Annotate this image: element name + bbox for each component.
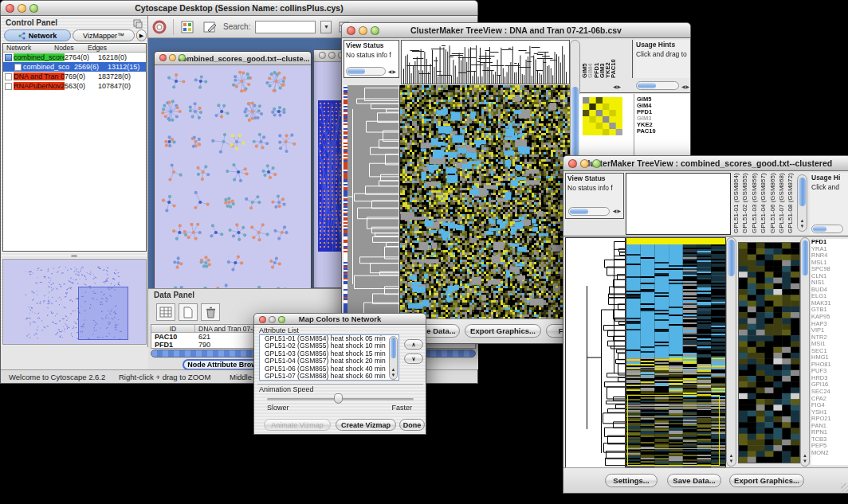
zoom-window-icon[interactable] bbox=[179, 54, 186, 61]
tv1-column-dendrogram-canvas[interactable] bbox=[401, 40, 570, 84]
tv2-usage-hints-panel: Usage Hi Click and bbox=[810, 173, 848, 235]
resize-grip[interactable] bbox=[841, 483, 848, 492]
tv1-status-scrollbar[interactable] bbox=[346, 67, 386, 76]
tv2-hints-scrollbar[interactable] bbox=[811, 225, 843, 233]
network-overview-canvas[interactable] bbox=[3, 260, 146, 344]
annotation-icon[interactable] bbox=[201, 18, 218, 36]
usage-hints-text: Click and bbox=[810, 182, 848, 192]
settings-button[interactable]: Settings... bbox=[605, 474, 658, 487]
move-down-button[interactable]: ∨ bbox=[404, 354, 423, 364]
view-status-text: No status info f bbox=[344, 50, 398, 60]
column-label[interactable]: GIM4 bbox=[587, 43, 592, 78]
column-label[interactable]: GPL51-04 (GSM857) bbox=[760, 173, 768, 233]
done-button[interactable]: Done bbox=[399, 419, 425, 431]
tab-vizmapper[interactable]: VizMapper™ bbox=[73, 29, 135, 41]
search-dropdown-icon[interactable]: ▼ bbox=[320, 21, 332, 33]
column-label[interactable]: GPL51-07 (GSM868) bbox=[778, 173, 787, 233]
network-canvas[interactable] bbox=[155, 65, 311, 288]
delete-attribute-icon[interactable] bbox=[201, 303, 220, 321]
search-input[interactable] bbox=[255, 21, 316, 33]
status-hint-middle: Middle- bbox=[230, 373, 254, 381]
treeview2-window: ClusterMaker TreeView : combined_scores_… bbox=[563, 155, 848, 494]
minimize-icon[interactable] bbox=[169, 54, 176, 61]
scroll-arrows-icon[interactable]: ◀▶ bbox=[613, 84, 622, 89]
tab-network[interactable]: Network bbox=[4, 29, 71, 41]
tv1-view-status-panel: View Status No status info f ◀▶ bbox=[344, 40, 399, 78]
tv2-row-dendrogram-canvas[interactable] bbox=[565, 237, 626, 468]
animate-vizmap-button: Animate Vizmap bbox=[264, 419, 331, 431]
tv1-row-dendrogram-canvas[interactable] bbox=[347, 85, 398, 318]
close-icon[interactable] bbox=[319, 52, 326, 59]
new-attribute-icon[interactable] bbox=[179, 303, 198, 321]
network-tree-row[interactable]: DNA and Tran 07 769(0) 183728(0) bbox=[3, 72, 146, 81]
network-tree-row[interactable]: RNAPuberNov2+ 563(0) 107847(0) bbox=[3, 81, 146, 91]
control-panel: Control Panel Network VizMapper™ ▶ Netwo… bbox=[1, 16, 148, 347]
scroll-arrows-icon[interactable]: ◀▶ bbox=[613, 208, 622, 213]
column-id[interactable]: ID bbox=[151, 325, 195, 332]
tv2-status-scrollbar[interactable] bbox=[568, 207, 610, 216]
export-graphics-button[interactable]: Export Graphics... bbox=[465, 324, 541, 338]
create-vizmap-button[interactable]: Create Vizmap bbox=[336, 419, 396, 431]
scroll-arrows-icon[interactable]: ◀▶ bbox=[681, 84, 690, 89]
export-graphics-button[interactable]: Export Graphics... bbox=[729, 474, 804, 487]
tv2-genelist-vscrollbar[interactable]: ▲▼ bbox=[800, 237, 810, 467]
attribute-listbox[interactable]: GPL51-01 (GSM854) heat shock 05 minGPL51… bbox=[259, 334, 399, 381]
attribute-items: GPL51-01 (GSM854) heat shock 05 minGPL51… bbox=[260, 335, 398, 380]
minimize-icon[interactable] bbox=[580, 159, 589, 168]
network-tree-row[interactable]: combined_scores 2764(0) 16218(0) bbox=[3, 53, 146, 62]
help-lifering-icon[interactable] bbox=[151, 18, 168, 36]
tv2-heatmap-vscrollbar[interactable]: ▲▼ bbox=[726, 237, 736, 467]
attribute-list-vscrollbar[interactable]: ▲▼ bbox=[389, 336, 398, 380]
move-up-button[interactable]: ∧ bbox=[404, 339, 423, 350]
minimize-icon[interactable] bbox=[328, 52, 336, 59]
vizmapper-icon[interactable] bbox=[179, 18, 196, 36]
gene-label[interactable]: MON2 bbox=[811, 450, 848, 457]
view-status-title: View Status bbox=[566, 174, 623, 183]
minimize-icon[interactable] bbox=[18, 4, 26, 13]
row-label[interactable]: PAC10 bbox=[637, 128, 685, 135]
tv2-heatmap-canvas[interactable] bbox=[626, 237, 726, 468]
network-view-window[interactable]: combined_scores_good.txt--cluste... bbox=[154, 51, 312, 288]
tv2-detail-heatmap-canvas[interactable] bbox=[738, 242, 800, 463]
tv1-detail-matrix-canvas[interactable] bbox=[583, 97, 622, 135]
table-icon[interactable] bbox=[156, 303, 175, 321]
tv1-hints-scrollbar[interactable] bbox=[636, 81, 679, 90]
minimize-icon[interactable] bbox=[359, 26, 367, 35]
treeview2-titlebar[interactable]: ClusterMaker TreeView : combined_scores_… bbox=[563, 155, 848, 171]
column-label[interactable]: PFD1 bbox=[593, 43, 599, 78]
column-label[interactable]: GPL51-03 (GSM856) bbox=[751, 173, 760, 233]
column-label[interactable]: GPL51-01 (GSM854) bbox=[732, 173, 741, 233]
close-icon[interactable] bbox=[568, 159, 577, 168]
attribute-item[interactable]: GPL51-07 (GSM868) heat shock 60 min bbox=[262, 373, 398, 380]
zoom-window-icon[interactable] bbox=[371, 26, 379, 35]
splitter-handle[interactable] bbox=[71, 255, 77, 257]
network-icon bbox=[18, 32, 26, 40]
scroll-arrows-icon[interactable]: ◀▶ bbox=[388, 68, 397, 74]
column-label[interactable]: GPL51-06 (GSM865) bbox=[769, 173, 778, 233]
column-label[interactable]: GPL51-02 (GSM855) bbox=[741, 173, 750, 233]
network-tree-row[interactable]: combined_sco 2569(6) 13112(15) bbox=[3, 62, 146, 72]
close-icon[interactable] bbox=[259, 316, 266, 323]
cytoscape-titlebar[interactable]: Cytoscape Desktop (Session Name: collins… bbox=[0, 0, 478, 16]
tv2-labels-vscrollbar[interactable]: ▲▼ bbox=[797, 174, 807, 232]
tv1-heatmap-canvas[interactable] bbox=[399, 85, 570, 318]
save-data-button[interactable]: Save Data... bbox=[667, 474, 721, 487]
toolbar-separator bbox=[173, 19, 174, 35]
column-label[interactable]: GPL51-08 (GSM872) bbox=[787, 173, 795, 233]
slower-label: Slower bbox=[267, 404, 289, 412]
close-icon[interactable] bbox=[159, 54, 167, 61]
zoom-window-icon[interactable] bbox=[278, 316, 285, 323]
zoom-window-icon[interactable] bbox=[592, 159, 601, 168]
treeview1-titlebar[interactable]: ClusterMaker TreeView : DNA and Tran 07-… bbox=[341, 22, 691, 38]
close-icon[interactable] bbox=[347, 26, 355, 35]
view-status-text: No status info f bbox=[566, 183, 623, 193]
close-icon[interactable] bbox=[6, 4, 14, 13]
network-view-titlebar[interactable]: combined_scores_good.txt--cluste... bbox=[155, 52, 311, 65]
speed-slider-thumb[interactable] bbox=[334, 393, 343, 404]
dialog-titlebar[interactable]: Map Colors to Network bbox=[253, 313, 426, 325]
status-welcome: Welcome to Cytoscape 2.6.2 bbox=[9, 373, 105, 381]
column-label[interactable]: PAC10 bbox=[610, 43, 615, 78]
tv2-column-dendrogram-area[interactable] bbox=[626, 173, 731, 235]
zoom-window-icon[interactable] bbox=[29, 4, 38, 13]
tab-overflow-arrow[interactable]: ▶ bbox=[136, 29, 147, 41]
